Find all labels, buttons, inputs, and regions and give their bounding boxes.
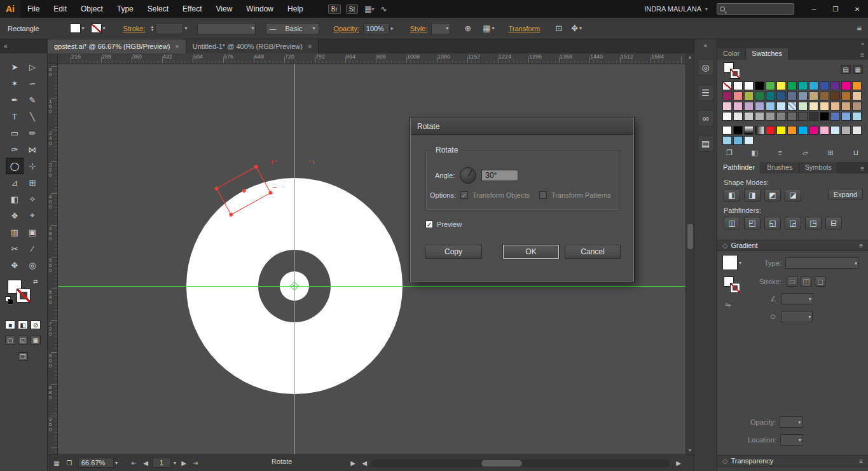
swatch-libraries-button[interactable]: ❒ <box>724 149 735 157</box>
reverse-gradient-icon[interactable]: ⇋ <box>725 301 731 309</box>
expand-panels-chevron[interactable]: « <box>694 39 717 49</box>
gradient-tool[interactable]: ◧ <box>6 191 24 207</box>
swatch[interactable] <box>766 102 775 111</box>
swatch[interactable] <box>744 112 754 121</box>
swatch[interactable] <box>733 92 743 100</box>
cancel-button[interactable]: Cancel <box>565 245 621 259</box>
swatch[interactable] <box>776 126 786 135</box>
swatch[interactable] <box>852 112 862 121</box>
angle-field[interactable]: 30° <box>481 170 518 181</box>
swatch[interactable] <box>744 126 754 135</box>
links-panel-button[interactable]: ∞ <box>698 110 714 126</box>
ok-button[interactable]: OK <box>503 245 559 259</box>
variable-width-profile-dropdown[interactable]: ▾ <box>197 23 256 34</box>
gradient-button[interactable]: ◧ <box>18 320 28 329</box>
swatch[interactable] <box>809 102 818 111</box>
swatch[interactable] <box>744 81 754 90</box>
swatch[interactable] <box>830 102 840 111</box>
menu-item[interactable]: Window <box>239 0 280 18</box>
search-input[interactable] <box>717 3 794 15</box>
gradient-type-dropdown[interactable]: ▾ <box>785 257 859 269</box>
collapse-dock-chevron[interactable]: » <box>717 39 868 48</box>
perspective-grid-tool[interactable]: ⊿ <box>6 174 24 191</box>
scroll-down-icon[interactable]: ▼ <box>688 447 692 454</box>
transform-objects-checkbox[interactable]: ✓ <box>460 191 468 199</box>
style-panel-link[interactable]: Style: <box>410 25 428 32</box>
swatch[interactable] <box>820 102 829 111</box>
crop-button[interactable]: ◲ <box>785 217 801 229</box>
gradient-stroke-within-button[interactable]: ▭ <box>787 276 798 287</box>
app-logo[interactable]: Ai <box>0 0 20 18</box>
mesh-tool[interactable]: ⊞ <box>24 174 41 191</box>
angle-dial[interactable] <box>460 167 476 184</box>
blend-tool[interactable]: ❖ <box>6 207 24 224</box>
free-transform-tool[interactable]: ⊹ <box>24 158 41 174</box>
menu-item[interactable]: View <box>209 0 240 18</box>
gradient-stroke-across-button[interactable]: ◻ <box>815 276 826 287</box>
swatch[interactable] <box>830 92 840 100</box>
direct-selection-tool[interactable]: ▷ <box>24 58 41 75</box>
horizontal-scrollbar[interactable] <box>371 460 670 467</box>
username-caret-icon[interactable]: ▾ <box>705 6 708 12</box>
width-tool[interactable]: ⋈ <box>24 141 41 158</box>
swatch[interactable] <box>744 102 754 111</box>
copy-button[interactable]: Copy <box>425 245 482 259</box>
gradient-panel-header[interactable]: ◇ Gradient ≡ <box>717 240 868 251</box>
swatch[interactable] <box>755 92 764 100</box>
minus-back-button[interactable]: ⊟ <box>825 217 842 229</box>
arrange-documents-icon[interactable]: ▦ <box>364 4 371 13</box>
rotation-center-marker[interactable] <box>291 282 298 290</box>
gradient-fill-stroke-proxy[interactable] <box>724 276 745 296</box>
swatch[interactable] <box>830 112 840 121</box>
column-graph-tool[interactable]: ▥ <box>6 224 24 240</box>
hscroll-left-icon[interactable]: ◀ <box>359 458 369 468</box>
screen-mode-button[interactable]: ❐ <box>18 352 28 361</box>
swatch[interactable] <box>830 81 840 90</box>
swatch-kinds-button[interactable]: ◧ <box>749 149 761 157</box>
brush-definition-dropdown[interactable]: — Basic ▾ <box>266 23 319 34</box>
swatch[interactable] <box>820 112 829 121</box>
swatch[interactable] <box>733 136 743 145</box>
artboard-grid-button[interactable]: ▦ <box>52 458 62 468</box>
scroll-up-icon[interactable]: ▲ <box>688 53 692 61</box>
vertical-ruler[interactable]: 80160240320400480560640720800880960 <box>48 64 58 454</box>
slice-tool[interactable]: ✂ <box>6 240 24 257</box>
navigator-panel-button[interactable]: ◎ <box>698 59 714 76</box>
expand-button[interactable]: Expand <box>828 189 863 200</box>
panel-menu-icon[interactable]: ≡ <box>860 51 864 58</box>
swatch[interactable] <box>809 81 818 90</box>
gradient-aspect-dropdown[interactable]: ▾ <box>781 311 813 322</box>
grid-view-button[interactable]: ▦ <box>853 65 863 74</box>
fill-caret-icon[interactable]: ▾ <box>82 25 85 31</box>
list-view-button[interactable]: ▤ <box>841 65 851 74</box>
swatch[interactable] <box>787 112 797 121</box>
paintbrush-tool[interactable]: ✏ <box>24 125 41 141</box>
username-label[interactable]: INDRA MAULANA <box>644 5 701 13</box>
stroke-weight-caret-icon[interactable]: ▾ <box>184 25 187 31</box>
lasso-tool[interactable]: ∽ <box>24 75 41 92</box>
swatch[interactable] <box>755 126 764 135</box>
outline-button[interactable]: ◳ <box>805 217 822 229</box>
panel-tab[interactable]: Brushes <box>761 162 799 174</box>
select-similar-caret-icon[interactable]: ▾ <box>579 25 582 31</box>
transform-panel-link[interactable]: Transform <box>509 25 541 32</box>
artboard-tool[interactable]: ▣ <box>24 224 41 240</box>
minimize-button[interactable]: ─ <box>803 2 825 16</box>
trim-button[interactable]: ◰ <box>744 217 761 229</box>
opacity-panel-link[interactable]: Opacity: <box>333 25 359 32</box>
swatch[interactable] <box>722 126 732 135</box>
gradient-stroke-along-button[interactable]: ◫ <box>801 276 812 287</box>
swatch[interactable] <box>820 81 829 90</box>
ellipse-tool[interactable]: ◯ <box>6 158 24 174</box>
layers-panel-button[interactable]: ▤ <box>698 135 714 152</box>
delete-swatch-button[interactable]: ⊔ <box>850 149 862 157</box>
panel-menu-icon[interactable]: ≡ <box>859 458 863 465</box>
menu-item[interactable]: Help <box>280 0 310 18</box>
style-dropdown[interactable]: ▾ <box>431 23 450 34</box>
magic-wand-tool[interactable]: ✶ <box>6 75 24 92</box>
merge-button[interactable]: ◱ <box>764 217 781 229</box>
opacity-caret-icon[interactable]: ▸ <box>391 25 394 31</box>
hscroll-right-icon[interactable]: ▶ <box>673 458 684 468</box>
panel-menu-icon[interactable]: ≡ <box>859 242 863 249</box>
divide-button[interactable]: ◫ <box>724 217 740 229</box>
